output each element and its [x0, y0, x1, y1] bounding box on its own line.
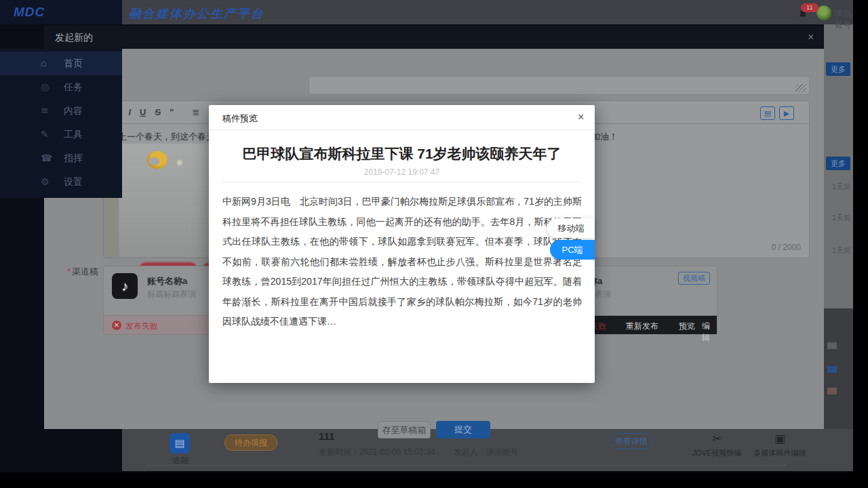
topic-icon: ▤ [170, 433, 190, 453]
close-icon[interactable]: × [578, 111, 584, 123]
republish-button[interactable]: 重新发布 [626, 321, 658, 332]
sidebar-item-label: 设置 [64, 170, 83, 194]
article-body: 中新网9月3日电 北京时间3日，巴甲豪门帕尔梅拉斯足球俱乐部宣布，71岁的主帅斯… [222, 192, 582, 332]
article-title: 巴甲球队宣布斯科拉里下课 71岁老帅该颐养天年了 [222, 144, 581, 163]
avatar[interactable] [816, 5, 831, 20]
photo-detail [177, 160, 182, 165]
screen: MDC 融合媒体办公生产平台 11 演示账号 更多 更多 1天前 1天前 1天前… [0, 0, 868, 488]
scissors-icon: ✂ [686, 432, 747, 446]
close-icon[interactable]: × [808, 31, 814, 43]
edit-button[interactable]: 编辑 [702, 321, 717, 344]
sidebar-item-label: 任务 [64, 75, 83, 99]
ordered-list-icon[interactable]: ≣ [193, 107, 200, 117]
layers-icon: ≋ [41, 99, 53, 123]
char-counter: 0 / 2000 [772, 243, 801, 252]
app-logo: MDC [14, 5, 45, 20]
initiator: 发起人：演示账号 [454, 447, 519, 457]
underline-icon[interactable]: U [140, 107, 146, 117]
resize-grip[interactable] [795, 84, 806, 92]
compose-modal-header: 发起新的 × [44, 26, 824, 49]
image-icon: ▣ [747, 432, 812, 446]
tool-multimedia-edit[interactable]: ▣ 多媒体稿件编辑 [747, 432, 812, 458]
title-input[interactable] [309, 76, 810, 95]
italic-icon[interactable]: I [128, 107, 131, 117]
douyin-icon: ♪ [112, 273, 138, 299]
sidebar-item-command[interactable]: ☎ 指挥 [0, 146, 122, 170]
save-draft-button[interactable]: 存至草稿箱 [378, 421, 431, 439]
user-name[interactable]: 演示账号 [835, 8, 853, 31]
gear-icon: ⚙ [41, 170, 53, 194]
sidebar-item-settings[interactable]: ⚙ 设置 [0, 170, 122, 194]
channel-field-label: *渠道稿 [67, 266, 98, 278]
tab-mobile[interactable]: 移动端 [547, 218, 595, 238]
tool-jove-video[interactable]: ✂ JOVE视频快编 [686, 432, 747, 458]
status-pill: 待办填报 [224, 434, 277, 451]
article-date: 2019-07-12 19:07:47 [222, 167, 581, 177]
fail-icon: ✕ [112, 321, 121, 330]
editor-text: 从上一个春天，到这个春天， [109, 131, 224, 143]
sidebar-item-tasks[interactable]: ◎ 任务 [0, 75, 122, 99]
strikethrough-icon[interactable]: S [155, 107, 161, 117]
account-name: 账号名称a [147, 275, 187, 287]
time-ago-label: 1天前 [832, 182, 851, 192]
video-draft-badge: 视频稿 [678, 272, 710, 285]
pencil-icon: ✎ [41, 123, 53, 146]
preview-modal-header: 稿件预览 × [209, 105, 595, 130]
divider [222, 182, 581, 182]
publish-status: 发布失败 [125, 321, 158, 332]
sidebar-menu: ⌂ 首页 ◎ 任务 ≋ 内容 ✎ 工具 ☎ 指挥 ⚙ 设置 [0, 49, 122, 198]
time-ago-label: 1天前 [832, 213, 851, 223]
video-library-button[interactable]: ▶ [779, 106, 794, 120]
sidebar-item-label: 指挥 [64, 146, 83, 170]
sidebar-item-home[interactable]: ⌂ 首页 [0, 52, 122, 75]
required-star: * [67, 266, 71, 277]
time-ago-label: 1天前 [832, 245, 851, 256]
tool-label: JOVE视频快编 [686, 448, 747, 458]
notification-badge: 11 [801, 3, 818, 12]
sidebar-item-content[interactable]: ≋ 内容 [0, 99, 122, 123]
divider [146, 465, 787, 466]
preview-modal: 稿件预览 × 巴甲球队宣布斯科拉里下课 71岁老帅该颐养天年了 2019-07-… [209, 105, 595, 383]
app-title: 融合媒体办公生产平台 [129, 5, 264, 22]
phone-icon: ☎ [41, 146, 53, 170]
task-icon: ◎ [41, 75, 53, 99]
top-header-bar: MDC 融合媒体办公生产平台 [0, 0, 853, 24]
app-window: MDC 融合媒体办公生产平台 11 演示账号 更多 更多 1天前 1天前 1天前… [0, 0, 853, 472]
task-title: 111 [319, 430, 334, 442]
home-icon: ⌂ [41, 52, 53, 75]
compose-modal-title: 发起新的 [55, 32, 93, 44]
submit-button[interactable]: 提交 [436, 421, 490, 439]
background-fragment [827, 342, 837, 349]
sidebar-item-label: 首页 [64, 52, 83, 75]
tv-logo-shape [147, 151, 167, 169]
preview-button[interactable]: 预览 [679, 321, 695, 332]
task-meta: 更新时间：2021-02-05 15:02:34 发起人：演示账号 [319, 447, 535, 458]
card-subtitle: 标题标题表演 [147, 289, 196, 300]
blockquote-icon[interactable]: ” [170, 107, 174, 117]
image-library-button[interactable]: ▤ [760, 106, 775, 120]
sidebar-item-tools[interactable]: ✎ 工具 [0, 123, 122, 146]
view-detail-button[interactable]: 查看详情 [609, 433, 654, 449]
sidebar-item-label: 工具 [64, 123, 83, 146]
background-fragment [827, 366, 837, 373]
logo-block: MDC [0, 0, 122, 24]
sidebar-item-label: 内容 [64, 99, 83, 123]
tab-pc[interactable]: PC端 [550, 240, 595, 260]
more-button[interactable]: 更多 [826, 157, 850, 170]
background-fragment [827, 388, 837, 394]
more-button[interactable]: 更多 [826, 62, 850, 76]
tool-label: 多媒体稿件编辑 [747, 448, 812, 458]
update-time: 更新时间：2021-02-05 15:02:34 [319, 447, 435, 457]
preview-modal-title: 稿件预览 [222, 113, 258, 125]
